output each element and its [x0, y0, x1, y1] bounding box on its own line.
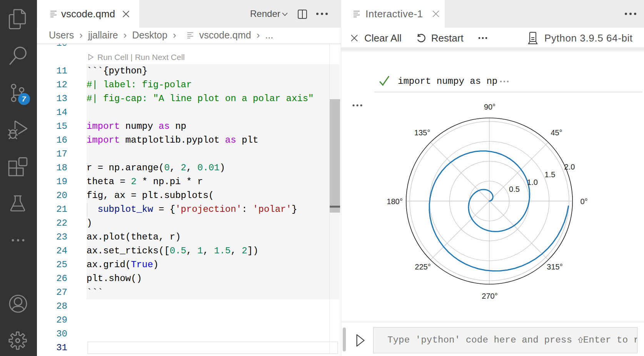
svg-text:180°: 180°: [387, 197, 402, 206]
svg-text:90°: 90°: [484, 103, 496, 111]
svg-text:315°: 315°: [547, 263, 562, 271]
svg-text:135°: 135°: [414, 128, 430, 137]
svg-text:1.5: 1.5: [545, 170, 556, 179]
svg-text:0°: 0°: [580, 197, 587, 206]
svg-text:1.0: 1.0: [527, 178, 538, 186]
svg-text:2.0: 2.0: [564, 163, 575, 171]
svg-text:270°: 270°: [482, 292, 497, 300]
svg-text:225°: 225°: [415, 263, 430, 271]
svg-text:0.5: 0.5: [509, 185, 520, 193]
svg-text:45°: 45°: [551, 128, 562, 137]
